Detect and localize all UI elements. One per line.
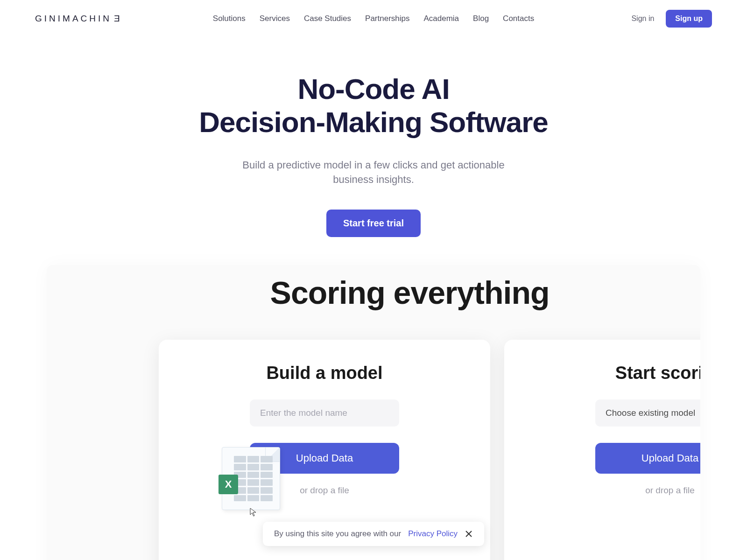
model-name-input[interactable] (250, 399, 399, 427)
start-scoring-card: Start scoring Choose existing model Uplo… (504, 340, 700, 560)
logo[interactable]: GINIMACHINE (35, 14, 120, 24)
nav-contacts[interactable]: Contacts (503, 14, 534, 23)
nav-case-studies[interactable]: Case Studies (304, 14, 351, 23)
start-scoring-title: Start scoring (528, 363, 700, 383)
hero-title: No-Code AI Decision-Making Software (0, 72, 747, 139)
upload-data-button-2[interactable]: Upload Data (595, 443, 700, 474)
build-model-title: Build a model (182, 363, 467, 383)
demo-section: Scoring everything Build a model Upload … (47, 265, 700, 560)
cookie-text: By using this site you agree with our (274, 529, 401, 539)
sign-up-button[interactable]: Sign up (666, 10, 712, 28)
nav-solutions[interactable]: Solutions (213, 14, 246, 23)
nav-academia[interactable]: Academia (423, 14, 459, 23)
start-free-trial-button[interactable]: Start free trial (326, 210, 421, 237)
cursor-icon (250, 508, 257, 517)
excel-badge: X (218, 475, 238, 494)
excel-file-icon[interactable]: X (222, 447, 280, 510)
hero-subtitle: Build a predictive model in a few clicks… (238, 158, 509, 188)
nav-services[interactable]: Services (260, 14, 290, 23)
main-nav: Solutions Services Case Studies Partners… (213, 14, 534, 23)
choose-model-select[interactable]: Choose existing model (595, 399, 700, 427)
cookie-consent-bar: By using this site you agree with our Pr… (263, 522, 484, 546)
privacy-policy-link[interactable]: Privacy Policy (408, 529, 458, 539)
drop-file-text-2: or drop a file (528, 485, 700, 496)
close-icon[interactable] (465, 530, 473, 538)
sign-in-link[interactable]: Sign in (631, 14, 654, 23)
nav-partnerships[interactable]: Partnerships (365, 14, 409, 23)
nav-blog[interactable]: Blog (473, 14, 489, 23)
demo-title: Scoring everything (119, 274, 700, 311)
